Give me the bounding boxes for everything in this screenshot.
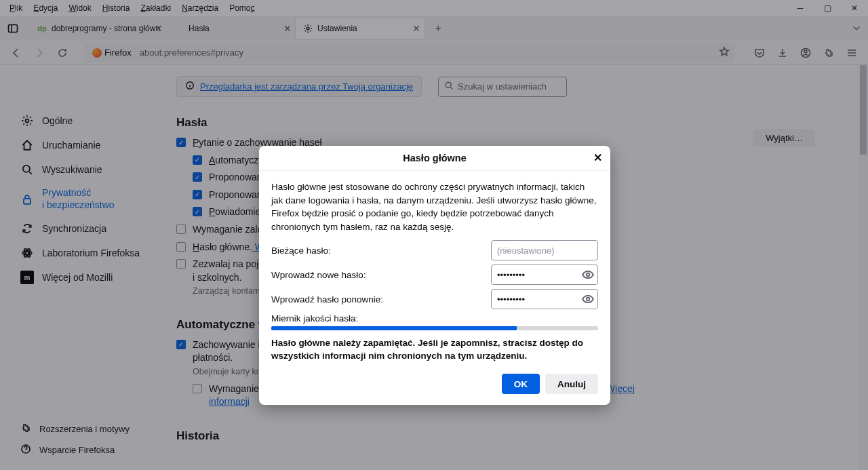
svg-point-16 <box>587 298 590 301</box>
dialog-title: Hasło główne <box>403 153 466 163</box>
repeat-password-label: Wprowadź hasło ponownie: <box>271 294 491 305</box>
meter-label: Miernik jakości hasła: <box>271 313 598 324</box>
primary-password-dialog: Hasło główne ✕ Hasło główne jest stosowa… <box>259 146 610 405</box>
close-icon[interactable]: ✕ <box>593 151 602 164</box>
eye-icon[interactable] <box>582 293 594 305</box>
eye-icon[interactable] <box>582 269 594 281</box>
dialog-warning: Hasło główne należy zapamiętać. Jeśli je… <box>271 337 598 363</box>
current-password-label: Bieżące hasło: <box>271 246 491 256</box>
password-quality-meter <box>271 326 598 330</box>
cancel-button[interactable]: Anuluj <box>545 374 598 394</box>
dialog-description: Hasło główne jest stosowane do ochrony c… <box>271 180 598 233</box>
current-password-input <box>491 240 598 260</box>
svg-point-15 <box>587 273 590 277</box>
ok-button[interactable]: OK <box>502 374 540 394</box>
new-password-label: Wprowadź nowe hasło: <box>271 270 491 280</box>
